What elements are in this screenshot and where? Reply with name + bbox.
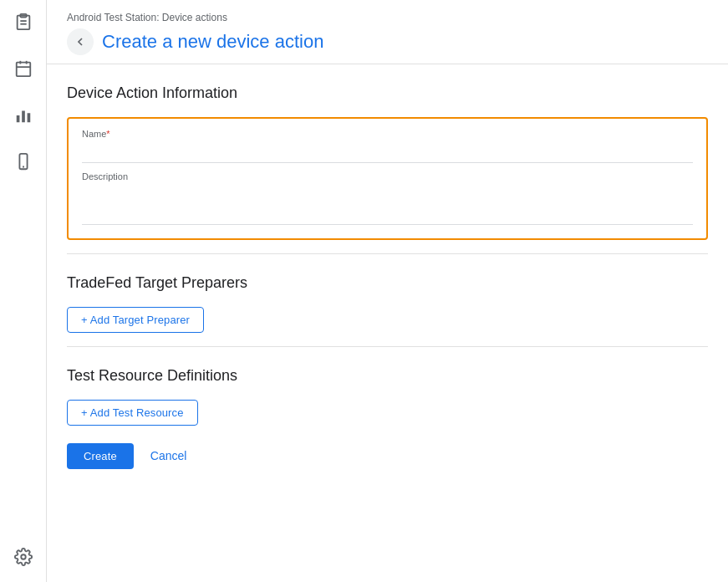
page-title: Create a new device action <box>102 31 323 53</box>
svg-point-13 <box>21 554 26 559</box>
sidebar <box>0 0 47 582</box>
description-label: Description <box>82 171 693 181</box>
test-resource-section-title: Test Resource Definitions <box>67 367 708 385</box>
sidebar-item-settings[interactable] <box>12 545 35 569</box>
form-action-row: Create Cancel <box>67 442 708 469</box>
sidebar-item-calendar[interactable] <box>12 57 35 80</box>
tradefed-section: TradeFed Target Preparers + Add Target P… <box>67 254 708 347</box>
description-field: Description <box>82 171 693 228</box>
create-button[interactable]: Create <box>67 443 134 469</box>
svg-rect-10 <box>27 113 30 122</box>
svg-rect-9 <box>22 111 25 123</box>
breadcrumb: Android Test Station: Device actions <box>67 12 708 23</box>
form-fields-box: Name* Description <box>67 117 708 240</box>
svg-rect-4 <box>16 63 30 77</box>
name-field: Name* <box>82 129 693 163</box>
main-content: Android Test Station: Device actions Cre… <box>47 0 728 582</box>
add-target-preparer-button[interactable]: + Add Target Preparer <box>67 307 204 333</box>
test-resource-section: Test Resource Definitions + Add Test Res… <box>67 347 708 482</box>
sidebar-item-analytics[interactable] <box>12 104 35 127</box>
add-test-resource-button[interactable]: + Add Test Resource <box>67 400 198 426</box>
device-action-section: Device Action Information Name* Descript… <box>67 64 708 254</box>
back-button[interactable] <box>67 28 94 55</box>
name-input[interactable] <box>82 142 693 163</box>
svg-rect-8 <box>16 115 19 122</box>
content-area: Device Action Information Name* Descript… <box>47 64 728 582</box>
cancel-button[interactable]: Cancel <box>140 442 197 469</box>
sidebar-item-clipboard[interactable] <box>12 10 35 33</box>
page-header: Android Test Station: Device actions Cre… <box>47 0 728 64</box>
tradefed-section-title: TradeFed Target Preparers <box>67 274 708 292</box>
name-label: Name* <box>82 129 693 139</box>
device-action-section-title: Device Action Information <box>67 84 708 102</box>
sidebar-item-devices[interactable] <box>12 151 35 174</box>
description-input[interactable] <box>82 185 693 225</box>
